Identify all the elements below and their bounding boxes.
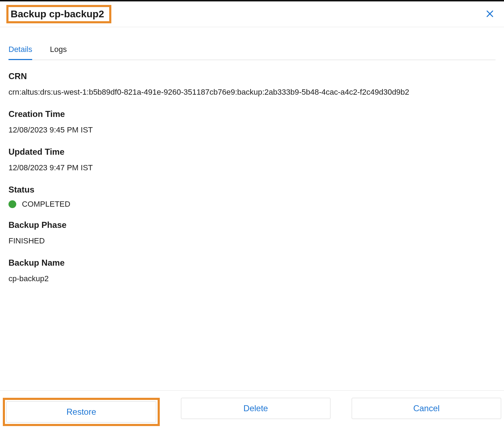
crn-label: CRN <box>8 71 496 81</box>
modal-footer: Restore Delete Cancel <box>0 390 504 431</box>
updated-time-label: Updated Time <box>8 147 496 157</box>
creation-time-label: Creation Time <box>8 109 496 119</box>
delete-button[interactable]: Delete <box>181 398 330 419</box>
modal-content: Details Logs CRN crn:altus:drs:us-west-1… <box>0 45 504 284</box>
section-status: Status COMPLETED <box>8 185 496 209</box>
backup-name-value: cp-backup2 <box>8 273 496 284</box>
tab-logs[interactable]: Logs <box>50 45 67 60</box>
backup-phase-value: FINISHED <box>8 235 496 247</box>
status-label: Status <box>8 185 496 195</box>
section-crn: CRN crn:altus:drs:us-west-1:b5b89df0-821… <box>8 71 496 98</box>
status-value: COMPLETED <box>22 200 70 209</box>
cancel-button[interactable]: Cancel <box>352 398 501 419</box>
creation-time-value: 12/08/2023 9:45 PM IST <box>8 124 496 136</box>
updated-time-value: 12/08/2023 9:47 PM IST <box>8 162 496 173</box>
status-row: COMPLETED <box>8 200 496 209</box>
restore-highlight-box: Restore <box>3 398 160 426</box>
status-indicator-icon <box>8 200 16 208</box>
crn-value: crn:altus:drs:us-west-1:b5b89df0-821a-49… <box>8 86 496 98</box>
restore-button[interactable]: Restore <box>6 401 156 423</box>
backup-name-label: Backup Name <box>8 258 496 268</box>
tab-details[interactable]: Details <box>8 45 32 60</box>
section-backup-name: Backup Name cp-backup2 <box>8 258 496 284</box>
section-backup-phase: Backup Phase FINISHED <box>8 220 496 247</box>
title-highlight-box: Backup cp-backup2 <box>6 5 111 23</box>
section-creation-time: Creation Time 12/08/2023 9:45 PM IST <box>8 109 496 136</box>
modal-title: Backup cp-backup2 <box>11 8 104 20</box>
tabs-bar: Details Logs <box>8 45 496 60</box>
close-icon[interactable] <box>484 7 496 21</box>
modal-header: Backup cp-backup2 <box>0 0 504 27</box>
backup-phase-label: Backup Phase <box>8 220 496 230</box>
section-updated-time: Updated Time 12/08/2023 9:47 PM IST <box>8 147 496 173</box>
